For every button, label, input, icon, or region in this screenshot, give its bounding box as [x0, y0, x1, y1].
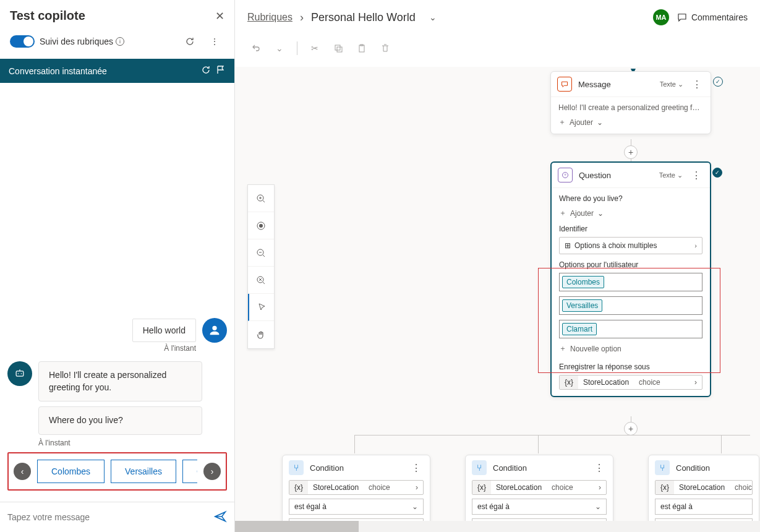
svg-rect-5: [359, 45, 364, 52]
svg-point-1: [18, 373, 19, 374]
reset-icon[interactable]: [248, 267, 274, 294]
svg-rect-4: [337, 47, 342, 52]
question-node[interactable]: ? Question Texte ⌄ ⋮ Where do you live? …: [550, 161, 711, 397]
breadcrumb-root[interactable]: Rubriques: [247, 12, 292, 23]
chevron-right-icon: ›: [694, 242, 697, 249]
svg-text:?: ?: [564, 173, 566, 177]
bot-timestamp: À l'instant: [38, 439, 227, 447]
bot-message: Hello! I'll create a personalized greeti…: [38, 361, 202, 401]
copy-icon[interactable]: [328, 38, 348, 58]
question-icon: ?: [558, 168, 573, 182]
quick-reply-chip[interactable]: Colombes: [37, 460, 105, 483]
horizontal-scrollbar[interactable]: [235, 521, 760, 532]
quick-reply-container: ‹ Colombes Versailles Clamart ›: [7, 452, 227, 491]
msg-type-dropdown[interactable]: Texte ⌄: [660, 80, 683, 88]
cond-operator-selector[interactable]: est égal à⌄: [472, 499, 607, 515]
variable-icon: {x}: [565, 378, 573, 387]
user-badge[interactable]: MA: [653, 9, 669, 25]
option-input[interactable]: Versailles: [559, 296, 702, 315]
cond-variable-selector[interactable]: {x} StoreLocation choice ›: [289, 480, 424, 495]
close-icon[interactable]: ✕: [215, 9, 224, 23]
bot-avatar-icon: [7, 361, 32, 386]
q-type-dropdown[interactable]: Texte ⌄: [659, 171, 683, 179]
cond-operator-selector[interactable]: est égal à⌄: [289, 499, 424, 515]
comments-button[interactable]: Commentaires: [677, 12, 748, 23]
pan-icon[interactable]: [248, 321, 274, 348]
condition-icon: ⑂: [655, 460, 670, 475]
chip-prev-icon[interactable]: ‹: [14, 463, 31, 480]
delete-icon[interactable]: [375, 38, 395, 58]
more-icon[interactable]: ⋮: [205, 32, 224, 51]
svg-point-2: [21, 373, 22, 374]
new-option-button[interactable]: ＋ Nouvelle option: [559, 343, 702, 354]
check-icon: ✓: [713, 77, 723, 87]
option-input[interactable]: Clamart: [559, 320, 702, 338]
add-button[interactable]: ＋ Ajouter ⌄: [559, 208, 702, 218]
grid-icon: ⊞: [565, 241, 571, 250]
user-message: Hello world: [132, 319, 196, 342]
canvas-tools: [247, 184, 275, 349]
condition-icon: ⑂: [472, 460, 487, 475]
zoom-out-icon[interactable]: [248, 239, 274, 267]
chevron-down-icon: ⌄: [412, 502, 418, 511]
panel-title: Test copilote: [10, 9, 85, 23]
cut-icon[interactable]: ✂: [305, 38, 325, 58]
bot-message: Where do you live?: [38, 406, 202, 435]
node-more-icon[interactable]: ⋮: [689, 169, 704, 181]
breadcrumb-current: Personal Hello World: [311, 11, 416, 24]
add-button[interactable]: ＋ Ajouter ⌄: [558, 117, 703, 127]
add-node-button[interactable]: +: [624, 145, 638, 159]
undo-dropdown-icon[interactable]: ⌄: [270, 38, 289, 58]
track-label: Suivi des rubriques i: [40, 36, 124, 46]
chevron-right-icon: ›: [411, 481, 423, 494]
chevron-down-icon: ⌄: [595, 502, 601, 511]
option-input[interactable]: Colombes: [559, 273, 702, 291]
quick-reply-chip[interactable]: Versailles: [111, 460, 176, 483]
test-copilot-panel: Test copilote ✕ Suivi des rubriques i ⋮ …: [0, 0, 235, 532]
variable-icon: {x}: [477, 483, 486, 492]
user-timestamp: À l'instant: [7, 344, 196, 353]
zoom-in-icon[interactable]: [248, 185, 274, 212]
chevron-right-icon: ›: [594, 481, 606, 494]
paste-icon[interactable]: [352, 38, 372, 58]
variable-icon: {x}: [660, 483, 669, 492]
node-more-icon[interactable]: ⋮: [592, 462, 607, 474]
flag-icon[interactable]: [216, 65, 226, 77]
breadcrumb-dropdown-icon[interactable]: ⌄: [423, 7, 443, 27]
cond-variable-selector[interactable]: {x} StoreLocation choice ›: [472, 480, 607, 495]
cond-variable-selector[interactable]: {x} StoreLocation choice: [655, 480, 753, 495]
chat-input[interactable]: [7, 508, 208, 526]
authoring-canvas[interactable]: ▼ + + Message Texte ⌄ ⋮ Hello: [235, 67, 760, 532]
chevron-right-icon: ›: [690, 375, 702, 389]
toolbar: ⌄ ✂: [235, 35, 760, 67]
fit-icon[interactable]: [248, 212, 274, 239]
identify-selector[interactable]: ⊞ Options à choix multiples ›: [559, 237, 702, 254]
refresh-icon[interactable]: [180, 32, 200, 51]
cursor-icon[interactable]: [248, 294, 274, 321]
svg-point-10: [259, 224, 263, 228]
svg-rect-3: [335, 45, 340, 50]
node-more-icon[interactable]: ⋮: [409, 462, 424, 474]
conv-refresh-icon[interactable]: [201, 65, 211, 77]
info-icon[interactable]: i: [116, 37, 124, 46]
quick-reply-chip[interactable]: Clamart: [182, 460, 197, 483]
message-icon: [557, 77, 572, 92]
message-node[interactable]: Message Texte ⌄ ⋮ Hello! I'll create a p…: [550, 71, 711, 134]
cond-operator-selector[interactable]: est égal à: [655, 499, 753, 515]
chevron-right-icon: ›: [300, 11, 304, 24]
send-icon[interactable]: [213, 510, 227, 525]
conversation-bar: Conversation instantanée: [0, 59, 234, 83]
variable-selector[interactable]: {x} StoreLocation choice ›: [559, 375, 702, 390]
track-toggle[interactable]: [10, 35, 35, 48]
user-avatar-icon: [202, 318, 227, 343]
condition-icon: ⑂: [289, 460, 304, 475]
variable-icon: {x}: [294, 483, 303, 492]
check-icon: ✓: [712, 168, 722, 178]
add-node-button[interactable]: +: [624, 422, 638, 435]
node-more-icon[interactable]: ⋮: [690, 79, 704, 90]
undo-icon[interactable]: [246, 38, 266, 58]
svg-rect-0: [16, 371, 23, 376]
chip-next-icon[interactable]: ›: [203, 463, 221, 480]
